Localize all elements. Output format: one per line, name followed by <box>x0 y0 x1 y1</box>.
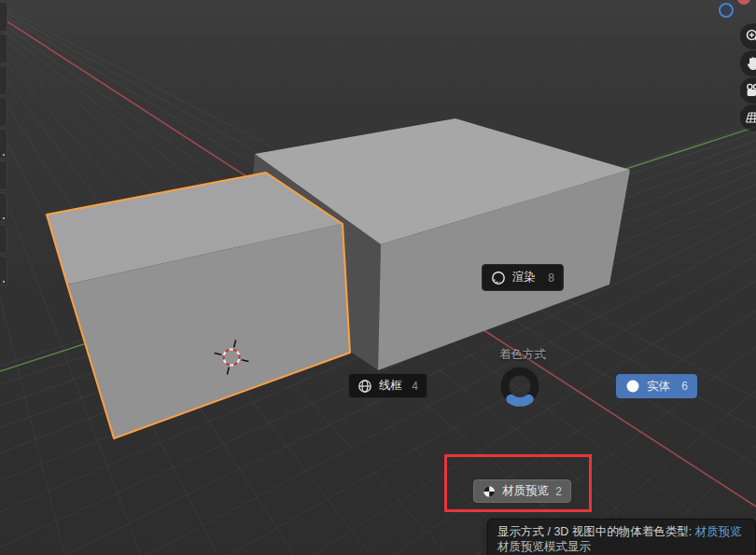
tooltip-line1: 显示方式 / 3D 视图中的物体着色类型: 材质预览 <box>497 524 746 539</box>
wireframe-sphere-icon <box>357 379 372 394</box>
pie-item-solid[interactable]: 实体 6 <box>616 374 697 398</box>
pie-item-render[interactable]: 渲染 8 <box>482 264 564 291</box>
tool-button-stub[interactable] <box>0 160 7 190</box>
tool-button-stub[interactable] <box>0 192 7 222</box>
blender-3d-viewport: 着色方式 渲染 8 线框 4 实体 6 材质预览 2 <box>0 0 756 555</box>
left-toolbar-strip <box>0 0 7 289</box>
tool-button-stub[interactable] <box>0 129 7 159</box>
pie-item-hotkey: 6 <box>681 380 688 393</box>
zoom-in-icon <box>745 28 756 45</box>
pie-item-label: 渲染 <box>512 270 536 285</box>
tool-button-stub[interactable] <box>0 97 7 127</box>
tool-button-stub[interactable] <box>0 256 7 285</box>
pie-center-ring[interactable] <box>505 371 535 402</box>
camera-view-icon <box>745 82 756 99</box>
pie-menu-title: 着色方式 <box>499 347 546 363</box>
tool-button-stub[interactable] <box>0 224 7 254</box>
render-sphere-icon <box>491 271 506 285</box>
pan-hand-icon <box>745 55 756 72</box>
solid-sphere-icon <box>625 379 640 394</box>
pie-item-hotkey: 8 <box>548 271 554 284</box>
annotation-highlight-rect <box>444 454 592 512</box>
tooltip-line2: 材质预览模式显示 <box>497 539 746 554</box>
tool-button-stub[interactable] <box>0 2 7 32</box>
shading-tooltip: 显示方式 / 3D 视图中的物体着色类型: 材质预览 材质预览模式显示 <box>487 519 756 555</box>
selected-box[interactable] <box>47 173 350 438</box>
scene-canvas <box>0 0 756 555</box>
grid-ortho-icon <box>745 109 756 126</box>
pie-item-label: 实体 <box>647 379 670 395</box>
pie-direction-arc <box>511 399 528 402</box>
gizmo-blue-axis-ball[interactable] <box>719 3 734 18</box>
tool-button-stub[interactable] <box>0 65 7 95</box>
pie-item-hotkey: 4 <box>412 380 418 393</box>
pie-item-label: 线框 <box>379 378 402 394</box>
tool-button-stub[interactable] <box>0 34 7 63</box>
pie-item-wireframe[interactable]: 线框 4 <box>348 373 427 398</box>
tooltip-highlight-value: 材质预览 <box>695 525 742 538</box>
